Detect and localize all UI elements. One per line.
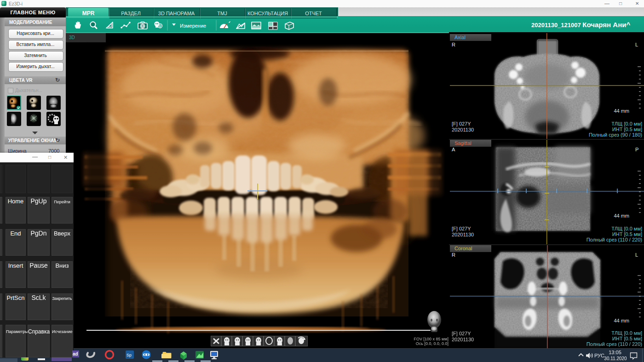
svg-text:Sp: Sp bbox=[126, 353, 132, 357]
